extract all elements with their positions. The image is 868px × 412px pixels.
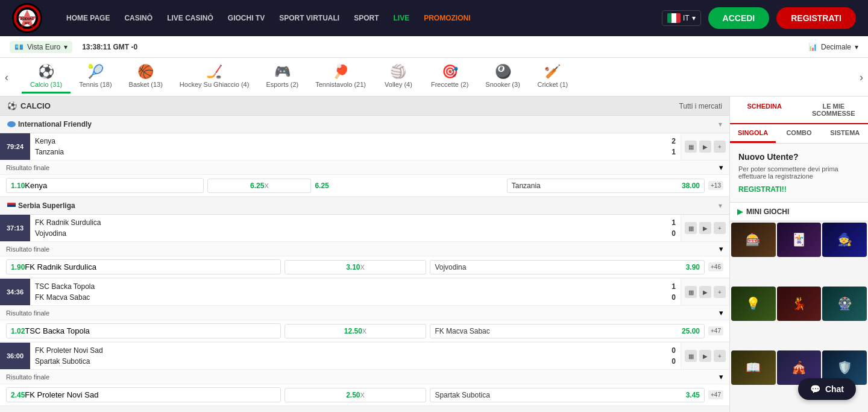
draw-odd-btn[interactable]: 6.25 X: [207, 179, 311, 193]
away-odd-val: 25.00: [682, 327, 700, 335]
game-thumb-1[interactable]: 🎰: [731, 223, 776, 257]
calcio-section-header: ⚽ CALCIO Tutti i mercati: [0, 97, 729, 116]
match-teams: FK Radnik Surdulica 1 Vojvodina 0: [30, 215, 681, 241]
tennistavolo-label: Tennistavolo (21): [315, 81, 366, 88]
game-icon-4: 💡: [731, 287, 776, 321]
video-icon[interactable]: ▶: [699, 350, 711, 362]
decimale-selector[interactable]: 📊 Decimale ▾: [808, 43, 858, 51]
stats-icon[interactable]: ▦: [685, 141, 697, 153]
away-odd-btn[interactable]: FK Macva Sabac 25.00: [430, 324, 705, 338]
odds-expand-icon[interactable]: ▾: [719, 372, 723, 381]
away-team-name: FK Macva Sabac: [35, 293, 90, 302]
league-toggle-intl[interactable]: ▾: [719, 120, 722, 128]
game-thumb-3[interactable]: 🧙: [822, 223, 867, 257]
league-row-intl-friendly[interactable]: International Friendly ▾: [0, 116, 729, 133]
home-odd-btn[interactable]: 1.90 FK Radnik Surdulica: [6, 259, 281, 274]
more-icon[interactable]: +: [714, 286, 726, 298]
volley-icon: 🏐: [390, 64, 406, 80]
video-icon[interactable]: ▶: [699, 141, 711, 153]
video-icon[interactable]: ▶: [699, 286, 711, 298]
match-action-icons: ▦ ▶ +: [681, 279, 729, 305]
away-team-name: Spartak Subotica: [35, 357, 90, 366]
nav-promozioni[interactable]: PROMOZIONI: [424, 14, 470, 22]
cricket-icon: 🏏: [544, 64, 561, 80]
bet-type-combo[interactable]: COMBO: [776, 124, 822, 143]
video-icon[interactable]: ▶: [699, 222, 711, 234]
odds-title: Risultato finale: [6, 373, 719, 381]
league-row-georgia[interactable]: Georgia Erovnuli Liga 1 ▾: [0, 407, 729, 412]
language-selector[interactable]: IT ▾: [662, 10, 701, 26]
odds-section: Risultato finale ▾ 1.02 TSC Backa Topola…: [0, 305, 729, 341]
nav-live[interactable]: LIVE: [394, 14, 410, 22]
home-odd-btn[interactable]: 2.45 FK Proleter Novi Sad: [6, 387, 281, 402]
stats-icon[interactable]: ▦: [685, 350, 697, 362]
more-icon[interactable]: +: [714, 222, 726, 234]
home-odd-btn[interactable]: 1.02 TSC Backa Topola: [6, 323, 281, 338]
nav-sport[interactable]: SPORT: [354, 14, 379, 22]
away-odd-btn[interactable]: Vojvodina 3.90: [430, 260, 705, 274]
away-odd-btn[interactable]: Spartak Subotica 3.45: [430, 388, 705, 402]
draw-odd-btn[interactable]: 2.50 X: [285, 388, 427, 402]
league-toggle-serbia[interactable]: ▾: [719, 201, 722, 210]
accedi-button[interactable]: ACCEDI: [708, 7, 770, 29]
chat-button[interactable]: 💬 Chat: [798, 378, 856, 400]
match-action-icons: ▦ ▶ +: [681, 343, 729, 369]
match-kenya-tanzania: 79:24 Kenya 2 Tanzania 1 ▦ ▶ +: [0, 133, 729, 196]
tutti-mercati-link[interactable]: Tutti i mercati: [679, 102, 722, 110]
sports-scroll-right[interactable]: ›: [855, 68, 868, 86]
sport-esports[interactable]: 🎮 Esports (2): [257, 60, 307, 93]
game-thumb-4[interactable]: 💡: [731, 287, 776, 321]
draw-odd-val: 6.25: [250, 182, 264, 190]
more-icon[interactable]: +: [714, 350, 726, 362]
sport-hockey[interactable]: 🏒 Hockey Su Ghiaccio (4): [171, 60, 258, 93]
odds-expand-icon[interactable]: ▾: [719, 308, 723, 317]
sport-freccette[interactable]: 🎯 Freccette (2): [423, 60, 477, 93]
away-odd-btn[interactable]: Tanzania 38.00: [507, 179, 705, 193]
odds-title: Risultato finale: [6, 309, 719, 317]
tab-schedina[interactable]: SCHEDINA: [730, 97, 799, 124]
odds-row: 1.90 FK Radnik Surdulica 3.10 X Vojvodin…: [0, 256, 729, 277]
draw-odd-btn[interactable]: 12.50 X: [285, 324, 427, 338]
logo[interactable]: ZODIAC BET: [12, 3, 42, 33]
league-row-serbia[interactable]: Serbia Superliga ▾: [0, 197, 729, 215]
home-odd-btn[interactable]: 1.10 Kenya: [6, 178, 204, 193]
away-team-row: Tanzania 1: [35, 147, 676, 157]
sports-scroll-left[interactable]: ‹: [0, 68, 13, 86]
sport-tennis[interactable]: 🎾 Tennis (18): [71, 60, 120, 93]
nav-home[interactable]: HOME PAGE: [66, 14, 110, 22]
sport-volley[interactable]: 🏐 Volley (4): [374, 60, 423, 93]
sport-calcio[interactable]: ⚽ Calcio (31): [22, 60, 71, 93]
more-icon[interactable]: +: [714, 141, 726, 153]
bet-type-singola[interactable]: SINGOLA: [730, 124, 776, 143]
calcio-icon: ⚽: [38, 64, 54, 80]
nav-live-casino[interactable]: LIVE CASINÒ: [167, 14, 213, 22]
hockey-icon: 🏒: [206, 64, 222, 80]
game-thumb-6[interactable]: 🎡: [822, 287, 867, 321]
draw-odd-btn[interactable]: 3.10 X: [285, 260, 427, 274]
registrati-button[interactable]: REGISTRATI: [776, 7, 856, 29]
game-thumb-7[interactable]: 📖: [731, 350, 776, 385]
vista-euro-selector[interactable]: 💶 Vista Euro ▾: [10, 41, 72, 53]
stats-icon[interactable]: ▦: [685, 286, 697, 298]
match-proleter-spartak: 36:00 FK Proleter Novi Sad 0 Spartak Sub…: [0, 343, 729, 405]
sport-tennistavolo[interactable]: 🏓 Tennistavolo (21): [307, 60, 374, 93]
match-teams: TSC Backa Topola 1 FK Macva Sabac 0: [30, 279, 681, 305]
nav-sport-virtuali[interactable]: SPORT VIRTUALI: [279, 14, 339, 22]
sport-snooker[interactable]: 🎱 Snooker (3): [477, 60, 528, 93]
home-odd-label: TSC Backa Topola: [25, 326, 275, 335]
odds-row: 1.02 TSC Backa Topola 12.50 X FK Macva S…: [0, 320, 729, 341]
home-score: 2: [671, 137, 676, 145]
registrati-sidebar-link[interactable]: REGISTRATI!!: [738, 185, 787, 194]
game-thumb-2[interactable]: 🃏: [777, 223, 822, 257]
bet-type-sistema[interactable]: SISTEMA: [822, 124, 868, 143]
sport-basket[interactable]: 🏀 Basket (13): [121, 60, 171, 93]
odds-expand-icon[interactable]: ▾: [719, 163, 723, 172]
stats-icon[interactable]: ▦: [685, 222, 697, 234]
odds-expand-icon[interactable]: ▾: [719, 244, 723, 253]
nav-casino[interactable]: CASINÒ: [124, 14, 153, 22]
home-team-name: TSC Backa Topola: [35, 282, 95, 291]
tab-le-mie-scommesse[interactable]: LE MIE SCOMMESSE: [799, 97, 869, 124]
sport-cricket[interactable]: 🏏 Cricket (1): [529, 60, 577, 93]
game-thumb-5[interactable]: 💃: [777, 287, 822, 321]
nav-giochi-tv[interactable]: GIOCHI TV: [228, 14, 265, 22]
